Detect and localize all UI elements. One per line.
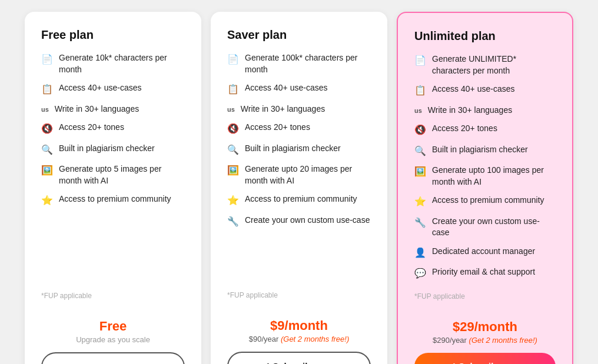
list-item: 🔧Create your own custom use-case xyxy=(227,215,371,228)
cta-button-free[interactable]: Start now → xyxy=(41,352,185,365)
feature-icon: 🖼️ xyxy=(414,165,426,178)
list-item: 🔍Built in plagiarism checker xyxy=(414,144,556,158)
feature-icon: 🔇 xyxy=(414,123,426,136)
feature-text: Priority email & chat support xyxy=(432,266,535,278)
price-sub-saver: $90/year (Get 2 months free!) xyxy=(227,335,371,343)
feature-icon: 🔍 xyxy=(227,143,239,156)
price-section-unlimited: $29/month$290/year (Get 2 months free!)✓… xyxy=(414,310,556,365)
feature-list-unlimited: 📄Generate UNLIMITED* characters per mont… xyxy=(414,54,556,288)
feature-text: Access to premium community xyxy=(432,195,544,206)
feature-text: Built in plagiarism checker xyxy=(245,143,341,155)
feature-list-free: 📄Generate 10k* characters per month📋Acce… xyxy=(41,52,185,287)
plan-card-unlimited: Unlimited plan📄Generate UNLIMITED* chara… xyxy=(397,12,573,364)
feature-icon: 📄 xyxy=(414,54,426,67)
feature-icon: 🔍 xyxy=(41,143,53,156)
list-item: ⭐Access to premium community xyxy=(41,193,185,207)
cta-button-unlimited[interactable]: ✓ Subscribe now xyxy=(414,353,556,365)
feature-icon: 🔍 xyxy=(414,145,426,158)
list-item: 🔍Built in plagiarism checker xyxy=(227,143,371,156)
list-item: ⭐Access to premium community xyxy=(414,195,556,208)
list-item: usWrite in 30+ languages xyxy=(227,103,371,115)
cta-button-saver[interactable]: ✓ Subscribe now xyxy=(227,352,371,365)
feature-icon: us xyxy=(227,105,235,114)
list-item: 🔍Built in plagiarism checker xyxy=(41,143,185,156)
list-item: 💬Priority email & chat support xyxy=(414,266,556,280)
feature-text: Create your own custom use-case xyxy=(432,216,556,239)
feature-text: Access 20+ tones xyxy=(59,122,124,133)
feature-text: Access 20+ tones xyxy=(245,122,310,133)
list-item: usWrite in 30+ languages xyxy=(41,103,185,115)
feature-icon: ⭐ xyxy=(414,195,426,208)
feature-icon: ⭐ xyxy=(41,194,53,207)
pricing-container: Free plan📄Generate 10k* characters per m… xyxy=(0,0,598,364)
fup-note-free: *FUP applicable xyxy=(41,292,185,300)
list-item: 📄Generate 10k* characters per month xyxy=(41,52,185,75)
list-item: 👤Dedicated account manager xyxy=(414,246,556,259)
feature-text: Access 40+ use-cases xyxy=(59,82,141,94)
feature-text: Write in 30+ languages xyxy=(428,105,512,116)
feature-text: Generate upto 5 images per month with AI xyxy=(59,163,185,186)
list-item: 📄Generate UNLIMITED* characters per mont… xyxy=(414,54,556,76)
feature-icon: 📋 xyxy=(227,83,239,96)
fup-note-unlimited: *FUP applicable xyxy=(414,292,556,300)
price-sub-unlimited: $290/year (Get 2 months free!) xyxy=(414,336,556,345)
plan-card-free: Free plan📄Generate 10k* characters per m… xyxy=(25,12,201,364)
list-item: 🔧Create your own custom use-case xyxy=(414,216,556,239)
list-item: ⭐Access to premium community xyxy=(227,193,371,207)
feature-text: Generate 100k* characters per month xyxy=(245,52,371,75)
list-item: usWrite in 30+ languages xyxy=(414,105,556,116)
price-main-free: Free xyxy=(41,319,185,334)
feature-icon: 🖼️ xyxy=(227,164,239,177)
feature-text: Write in 30+ languages xyxy=(241,103,325,115)
list-item: 🔇Access 20+ tones xyxy=(227,122,371,135)
feature-icon: 🖼️ xyxy=(41,164,53,177)
feature-text: Built in plagiarism checker xyxy=(59,143,155,155)
feature-text: Write in 30+ languages xyxy=(55,103,139,115)
feature-text: Access 40+ use-cases xyxy=(245,82,327,94)
feature-icon: 📋 xyxy=(414,84,426,97)
feature-text: Access to premium community xyxy=(59,193,171,205)
list-item: 📄Generate 100k* characters per month xyxy=(227,52,371,75)
feature-icon: us xyxy=(41,105,49,114)
plan-card-saver: Saver plan📄Generate 100k* characters per… xyxy=(211,12,387,364)
fup-note-saver: *FUP applicable xyxy=(227,291,371,299)
feature-text: Generate 10k* characters per month xyxy=(59,52,185,75)
feature-text: Create your own custom use-case xyxy=(245,215,370,226)
feature-text: Access 20+ tones xyxy=(432,123,497,135)
list-item: 📋Access 40+ use-cases xyxy=(414,84,556,97)
feature-icon: 📋 xyxy=(41,83,53,96)
feature-text: Generate UNLIMITED* characters per month xyxy=(432,54,556,76)
feature-text: Access to premium community xyxy=(245,193,357,205)
feature-text: Dedicated account manager xyxy=(432,246,535,258)
feature-icon: 💬 xyxy=(414,267,426,280)
feature-text: Generate upto 20 images per month with A… xyxy=(245,163,371,186)
price-main-saver: $9/month xyxy=(227,318,371,333)
price-section-free: FreeUpgrade as you scaleStart now → xyxy=(41,309,185,365)
list-item: 🖼️Generate upto 20 images per month with… xyxy=(227,163,371,186)
price-sub-free: Upgrade as you scale xyxy=(41,335,185,344)
feature-icon: 🔇 xyxy=(227,122,239,135)
plan-title-unlimited: Unlimited plan xyxy=(414,29,556,43)
feature-icon: 🔧 xyxy=(414,216,426,229)
price-section-saver: $9/month$90/year (Get 2 months free!)✓ S… xyxy=(227,309,371,365)
list-item: 🔇Access 20+ tones xyxy=(414,123,556,136)
price-main-unlimited: $29/month xyxy=(414,319,556,335)
list-item: 📋Access 40+ use-cases xyxy=(227,82,371,96)
feature-icon: 🔧 xyxy=(227,215,239,228)
feature-text: Generate upto 100 images per month with … xyxy=(432,165,556,188)
feature-list-saver: 📄Generate 100k* characters per month📋Acc… xyxy=(227,52,371,286)
feature-icon: 📄 xyxy=(41,53,53,66)
feature-icon: us xyxy=(414,106,422,115)
feature-text: Built in plagiarism checker xyxy=(432,144,528,156)
feature-icon: 👤 xyxy=(414,246,426,259)
feature-icon: ⭐ xyxy=(227,194,239,207)
plan-title-free: Free plan xyxy=(41,28,185,42)
list-item: 🖼️Generate upto 100 images per month wit… xyxy=(414,165,556,188)
list-item: 🔇Access 20+ tones xyxy=(41,122,185,135)
feature-icon: 🔇 xyxy=(41,122,53,135)
list-item: 🖼️Generate upto 5 images per month with … xyxy=(41,163,185,186)
feature-text: Access 40+ use-cases xyxy=(432,84,514,95)
feature-icon: 📄 xyxy=(227,53,239,66)
plan-title-saver: Saver plan xyxy=(227,28,371,42)
list-item: 📋Access 40+ use-cases xyxy=(41,82,185,96)
